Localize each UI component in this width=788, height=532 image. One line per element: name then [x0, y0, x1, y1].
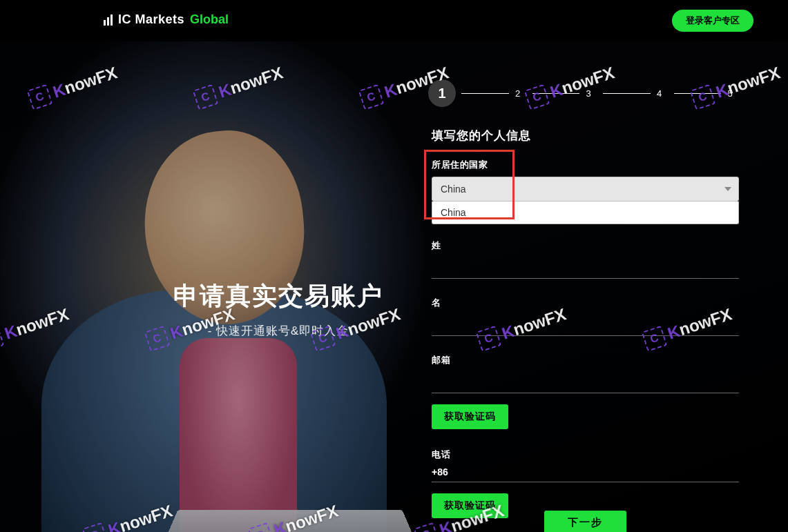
phone-label: 电话 [432, 449, 739, 461]
next-button[interactable]: 下一步 [544, 511, 626, 532]
email-field: 邮箱 [432, 354, 739, 393]
step-segment: 4 [603, 88, 669, 99]
country-option-label: China [441, 207, 466, 218]
step-number: 4 [651, 88, 669, 99]
name-label: 名 [432, 297, 739, 309]
name-input[interactable] [432, 315, 739, 336]
country-field: 所居住的国家 China China [432, 159, 739, 224]
step-number: 5 [721, 88, 739, 99]
step-line [532, 93, 580, 94]
surname-label: 姓 [432, 239, 739, 252]
email-input[interactable] [432, 372, 739, 393]
step-active-number: 1 [438, 86, 445, 101]
next-button-label: 下一步 [568, 516, 603, 529]
step-line [674, 93, 722, 94]
country-select-value: China [441, 184, 466, 195]
next-button-wrap: 下一步 [432, 511, 739, 532]
surname-field: 姓 [432, 239, 739, 279]
step-line [461, 93, 509, 94]
signup-form: 填写您的个人信息 所居住的国家 China China 姓 名 邮箱 [432, 128, 739, 518]
step-active: 1 [428, 79, 456, 107]
chevron-down-icon [724, 187, 731, 191]
phone-input[interactable]: +86 [432, 466, 739, 482]
step-number: 3 [579, 88, 597, 99]
country-label: 所居住的国家 [432, 159, 739, 171]
headline: 申请真实交易账户 - 快速开通账号&即时入金 [157, 279, 399, 339]
login-button-label: 登录客户专区 [686, 14, 740, 27]
get-email-code-button[interactable]: 获取验证码 [432, 404, 508, 429]
surname-input[interactable] [432, 257, 739, 279]
photo-shape [180, 338, 297, 532]
login-button[interactable]: 登录客户专区 [672, 10, 753, 32]
brand-suffix: Global [190, 12, 229, 27]
header: IC Markets Global 登录客户专区 [0, 0, 788, 41]
page-title: 申请真实交易账户 [157, 279, 399, 313]
name-field: 名 [432, 297, 739, 336]
step-line [603, 93, 651, 94]
brand-logo[interactable]: IC Markets Global [104, 12, 229, 27]
step-segment: 5 [674, 88, 740, 99]
country-select[interactable]: China [432, 177, 739, 201]
brand-name: IC Markets [118, 12, 184, 27]
step-number: 2 [509, 88, 527, 99]
country-dropdown: China [432, 201, 739, 224]
phone-prefix: +86 [432, 466, 448, 477]
form-heading: 填写您的个人信息 [432, 128, 739, 144]
bars-icon [104, 14, 113, 26]
step-segment: 2 [461, 88, 527, 99]
page-subtitle: - 快速开通账号&即时入金 [157, 323, 399, 339]
email-label: 邮箱 [432, 354, 739, 366]
photo-laptop [151, 510, 430, 532]
get-code-label: 获取验证码 [444, 411, 496, 423]
step-segment: 3 [532, 88, 598, 99]
progress-stepper: 1 2 3 4 5 [428, 76, 739, 110]
phone-field: 电话 +86 [432, 449, 739, 482]
country-option[interactable]: China [432, 201, 738, 224]
